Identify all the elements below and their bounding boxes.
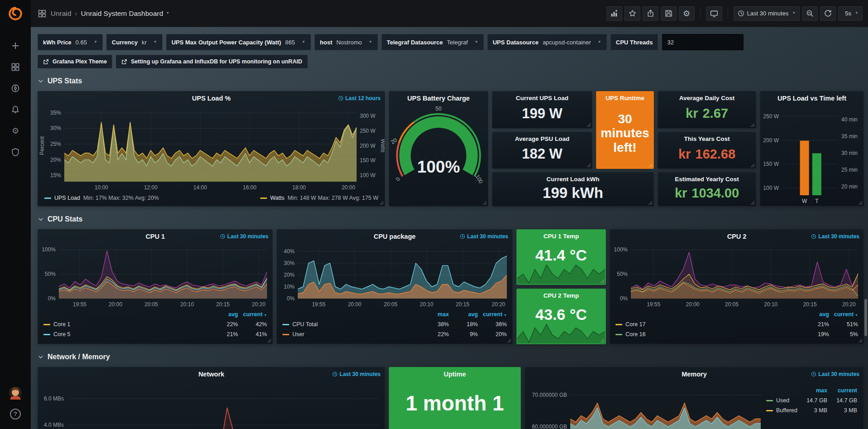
- sidebar-item-explore[interactable]: [0, 77, 31, 99]
- legend-header-current[interactable]: current: [829, 311, 858, 318]
- cpu-temp-column: CPU 1 Temp 41.4 °C CPU 2 Temp 43.6 °C: [516, 229, 606, 344]
- variable-kwh-price[interactable]: kWh Price 0.65: [38, 34, 103, 50]
- panel-title[interactable]: CPU 2 Temp: [517, 292, 606, 299]
- panel-title[interactable]: UPS Load vs Time left: [777, 95, 846, 102]
- svg-text:30%: 30%: [284, 260, 295, 266]
- link-grafana-plex-theme[interactable]: Grafana Plex Theme: [38, 55, 112, 68]
- link-ups-monitoring-guide[interactable]: Setting up Grafana and InfluxDB for UPS …: [116, 55, 307, 68]
- sidebar-item-configuration[interactable]: ⚙: [0, 120, 31, 141]
- legend-header-current[interactable]: current: [827, 387, 857, 394]
- legend-series-name[interactable]: User: [292, 331, 304, 337]
- dashboard-settings-button[interactable]: ⚙: [679, 6, 695, 21]
- chevron-down-icon: [38, 78, 44, 84]
- legend-series-stats: Min: 17% Max: 32% Avg: 20%: [83, 195, 159, 201]
- time-override-badge: Last 30 minutes: [220, 233, 268, 240]
- legend-header-max[interactable]: max: [797, 387, 827, 394]
- grafana-logo[interactable]: [0, 0, 31, 27]
- legend-header-current[interactable]: current: [238, 311, 267, 318]
- refresh-interval-button[interactable]: 5s: [838, 6, 863, 21]
- svg-text:35 min: 35 min: [841, 133, 858, 140]
- panel-title[interactable]: Uptime: [444, 371, 466, 378]
- legend-series-name[interactable]: Core 16: [625, 331, 645, 337]
- refresh-button[interactable]: [820, 6, 836, 21]
- legend-series-name[interactable]: Core 5: [53, 331, 71, 337]
- variable-value: kr: [142, 39, 147, 46]
- share-button[interactable]: [643, 6, 658, 21]
- section-title: Network / Memory: [48, 353, 110, 361]
- svg-text:20:15: 20:15: [803, 301, 817, 308]
- zoom-out-button[interactable]: [802, 6, 818, 21]
- svg-text:20:10: 20:10: [764, 301, 777, 308]
- legend-header-current[interactable]: current: [478, 311, 507, 318]
- legend-series-name[interactable]: Used: [776, 397, 789, 404]
- panel-title[interactable]: Average Daily Cost: [658, 95, 756, 101]
- sidebar-item-alerting[interactable]: [0, 99, 31, 120]
- svg-text:50: 50: [435, 106, 442, 112]
- panel-title[interactable]: This Years Cost: [658, 135, 756, 142]
- panel-title[interactable]: CPU 1 Temp: [517, 233, 606, 240]
- time-range-button[interactable]: Last 30 minutes: [734, 6, 800, 21]
- refresh-icon: [824, 10, 832, 17]
- section-ups-stats[interactable]: UPS Stats: [38, 76, 868, 87]
- sidebar-item-profile[interactable]: [0, 382, 31, 403]
- save-button[interactable]: [661, 6, 677, 21]
- cycle-view-button[interactable]: [706, 6, 722, 21]
- panel-cpu2-temp: CPU 2 Temp 43.6 °C: [516, 289, 606, 344]
- svg-text:20:10: 20:10: [180, 301, 194, 308]
- panel-title[interactable]: CPU 1: [146, 233, 165, 240]
- legend-series-name[interactable]: Core 1: [53, 321, 71, 328]
- panel-title[interactable]: Current UPS Load: [492, 95, 592, 101]
- panel-title[interactable]: Network: [198, 371, 224, 378]
- sidebar-item-help[interactable]: ?: [0, 403, 31, 424]
- cpu-threads-input[interactable]: 32: [662, 34, 744, 50]
- link-label: Grafana Plex Theme: [52, 58, 107, 65]
- variable-host[interactable]: host Nostromo: [315, 34, 378, 50]
- section-network-memory[interactable]: Network / Memory: [38, 352, 868, 362]
- sidebar-item-dashboards[interactable]: [0, 56, 31, 77]
- legend-series-name[interactable]: CPU Total: [292, 321, 318, 328]
- panel-average-daily-cost: Average Daily Cost kr2.67: [658, 91, 756, 129]
- legend-header-avg[interactable]: avg: [800, 311, 829, 318]
- section-cpu-stats[interactable]: CPU Stats: [38, 214, 868, 225]
- time-override-badge: Last 30 minutes: [811, 233, 859, 240]
- variable-telegraf-datasource[interactable]: Telegraf Datasource Telegraf: [382, 34, 484, 50]
- panel-title[interactable]: Estimated Yearly Cost: [658, 176, 756, 183]
- breadcrumb-page[interactable]: Unraid System Dashboard: [81, 10, 163, 18]
- legend-row: CPU Total 38% 18% 36%: [282, 319, 507, 329]
- svg-text:0%: 0%: [48, 295, 56, 302]
- sidebar-item-add[interactable]: [0, 35, 31, 56]
- memory-chart: 50.000000 GB60.000000 GB70.000000 GB: [525, 381, 766, 429]
- legend-header-max[interactable]: max: [420, 311, 449, 318]
- navbar-divider: [728, 9, 728, 19]
- legend-item-ups-load[interactable]: UPS Load Min: 17% Max: 32% Avg: 20%: [44, 195, 159, 201]
- legend-swatch: [615, 334, 622, 335]
- legend-header-avg[interactable]: avg: [449, 311, 478, 318]
- panel-title[interactable]: CPU 2: [727, 233, 747, 240]
- variable-ups-datasource[interactable]: UPS Datasource apcupsd-container: [487, 34, 607, 50]
- panel-title[interactable]: Memory: [682, 371, 707, 378]
- page-scrollbar[interactable]: [864, 299, 867, 336]
- variable-currency[interactable]: Currency kr: [106, 34, 162, 50]
- panel-title[interactable]: CPU package: [374, 233, 416, 240]
- legend-row: User 22% 9% 20%: [282, 329, 507, 339]
- legend-series-name[interactable]: Core 17: [625, 321, 645, 328]
- dashboard-grid-icon[interactable]: [38, 10, 46, 18]
- network-chart: 2.0 MBs4.0 MBs6.0 MBs: [38, 381, 385, 429]
- add-panel-button[interactable]: [606, 6, 622, 21]
- panel-title[interactable]: Average PSU Load: [492, 135, 592, 142]
- legend-header-avg[interactable]: avg: [209, 311, 238, 318]
- legend-series-name[interactable]: Buffered: [776, 407, 797, 414]
- breadcrumb-app[interactable]: Unraid: [51, 10, 72, 18]
- star-button[interactable]: [625, 6, 640, 21]
- currency-prefix: kr: [678, 147, 691, 162]
- sidebar: ⚙ ?: [0, 0, 31, 429]
- chevron-down-icon[interactable]: [166, 11, 170, 15]
- panel-title[interactable]: UPS Runtime: [596, 95, 653, 101]
- panel-title[interactable]: UPS Battery Charge: [407, 95, 470, 102]
- panel-title[interactable]: Current Load kWh: [492, 176, 653, 183]
- svg-text:6.0 MBs: 6.0 MBs: [44, 395, 64, 402]
- panel-title[interactable]: UPS Load %: [192, 95, 230, 102]
- legend-item-watts[interactable]: Watts Min: 148 W Max: 278 W Avg: 175 W: [260, 195, 378, 201]
- variable-ups-max-output[interactable]: UPS Max Output Power Capacity (Watt) 865: [166, 34, 311, 50]
- sidebar-item-server-admin[interactable]: [0, 141, 31, 163]
